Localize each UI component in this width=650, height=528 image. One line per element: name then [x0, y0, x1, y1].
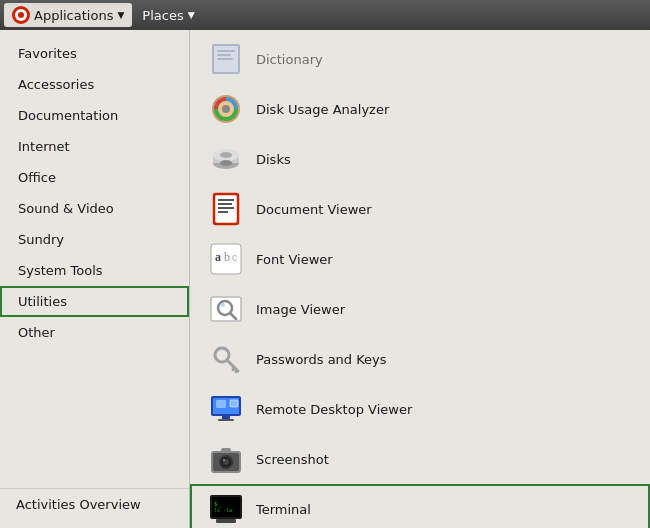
app-item-image-viewer[interactable]: Image Viewer [190, 284, 650, 334]
font-viewer-icon: a b c [208, 241, 244, 277]
app-item-disks[interactable]: Disks [190, 134, 650, 184]
svg-rect-47 [221, 448, 231, 453]
sidebar: Favorites Accessories Documentation Inte… [0, 30, 190, 528]
passwords-and-keys-icon [208, 341, 244, 377]
svg-rect-38 [230, 400, 238, 407]
app-item-dictionary[interactable]: Dictionary [190, 34, 650, 84]
sidebar-item-utilities[interactable]: Utilities [0, 286, 189, 317]
applications-menu[interactable]: Applications ▼ [4, 3, 132, 27]
remote-desktop-viewer-label: Remote Desktop Viewer [256, 402, 412, 417]
app-item-font-viewer[interactable]: a b c Font Viewer [190, 234, 650, 284]
font-viewer-label: Font Viewer [256, 252, 333, 267]
sidebar-item-sundry-label: Sundry [18, 232, 64, 247]
svg-text:ls -la: ls -la [214, 507, 232, 513]
sidebar-item-office-label: Office [18, 170, 56, 185]
sidebar-item-sound-video-label: Sound & Video [18, 201, 114, 216]
svg-rect-20 [218, 207, 234, 209]
svg-point-30 [221, 303, 225, 307]
content-area: Dictionary Disk Usage Analyzer [190, 30, 650, 528]
svg-rect-6 [217, 54, 231, 56]
places-label: Places [142, 8, 183, 23]
sidebar-item-utilities-label: Utilities [18, 294, 67, 309]
dictionary-icon [208, 41, 244, 77]
terminal-icon: $_ ls -la [208, 491, 244, 527]
svg-rect-37 [216, 400, 226, 408]
sidebar-item-sundry[interactable]: Sundry [0, 224, 189, 255]
disk-usage-analyzer-label: Disk Usage Analyzer [256, 102, 389, 117]
app-item-screenshot[interactable]: Screenshot [190, 434, 650, 484]
terminal-label: Terminal [256, 502, 311, 517]
applications-label: Applications [34, 8, 113, 23]
sidebar-item-favorites[interactable]: Favorites [0, 38, 189, 69]
sidebar-item-internet[interactable]: Internet [0, 131, 189, 162]
app-item-disk-usage-analyzer[interactable]: Disk Usage Analyzer [190, 84, 650, 134]
svg-text:a: a [215, 250, 221, 264]
app-item-passwords-and-keys[interactable]: Passwords and Keys [190, 334, 650, 384]
activities-overview[interactable]: Activities Overview [0, 488, 189, 520]
app-item-terminal[interactable]: $_ ls -la Terminal [190, 484, 650, 528]
svg-text:c: c [232, 252, 237, 263]
screenshot-label: Screenshot [256, 452, 329, 467]
disks-label: Disks [256, 152, 291, 167]
sidebar-item-favorites-label: Favorites [18, 46, 77, 61]
image-viewer-label: Image Viewer [256, 302, 345, 317]
svg-point-15 [220, 160, 232, 166]
svg-point-10 [222, 105, 230, 113]
activities-overview-label: Activities Overview [16, 497, 141, 512]
sidebar-item-internet-label: Internet [18, 139, 70, 154]
document-viewer-label: Document Viewer [256, 202, 372, 217]
dictionary-label: Dictionary [256, 52, 323, 67]
svg-rect-7 [217, 58, 233, 60]
svg-point-14 [220, 152, 232, 158]
app-item-remote-desktop-viewer[interactable]: Remote Desktop Viewer [190, 384, 650, 434]
svg-text:b: b [224, 250, 230, 264]
screenshot-icon [208, 441, 244, 477]
svg-point-46 [223, 459, 225, 461]
app-item-document-viewer[interactable]: Document Viewer [190, 184, 650, 234]
document-viewer-icon [208, 191, 244, 227]
places-menu[interactable]: Places ▼ [134, 5, 202, 26]
svg-rect-21 [218, 211, 228, 213]
remote-desktop-viewer-icon [208, 391, 244, 427]
sidebar-item-other[interactable]: Other [0, 317, 189, 348]
sidebar-item-office[interactable]: Office [0, 162, 189, 193]
svg-rect-18 [218, 199, 234, 201]
main-panel: Favorites Accessories Documentation Inte… [0, 30, 650, 528]
svg-point-2 [18, 12, 24, 18]
svg-rect-5 [217, 50, 235, 52]
places-dropdown-arrow: ▼ [188, 10, 195, 20]
svg-rect-19 [218, 203, 232, 205]
svg-rect-40 [218, 419, 234, 421]
svg-rect-39 [222, 416, 230, 419]
applications-dropdown-arrow: ▼ [117, 10, 124, 20]
sidebar-item-sound-video[interactable]: Sound & Video [0, 193, 189, 224]
sidebar-item-documentation-label: Documentation [18, 108, 118, 123]
disks-icon [208, 141, 244, 177]
image-viewer-icon [208, 291, 244, 327]
sidebar-item-documentation[interactable]: Documentation [0, 100, 189, 131]
sidebar-item-accessories-label: Accessories [18, 77, 94, 92]
sidebar-item-system-tools-label: System Tools [18, 263, 103, 278]
menubar: Applications ▼ Places ▼ [0, 0, 650, 30]
passwords-and-keys-label: Passwords and Keys [256, 352, 387, 367]
svg-rect-52 [216, 519, 236, 523]
sidebar-item-accessories[interactable]: Accessories [0, 69, 189, 100]
sidebar-item-system-tools[interactable]: System Tools [0, 255, 189, 286]
sidebar-item-other-label: Other [18, 325, 55, 340]
app-icon [12, 6, 30, 24]
disk-usage-analyzer-icon [208, 91, 244, 127]
